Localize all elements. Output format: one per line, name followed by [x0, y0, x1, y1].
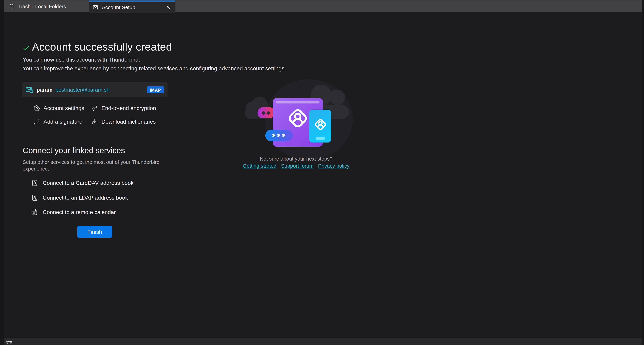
address-book-icon	[31, 179, 38, 186]
connect-ldap-link[interactable]: Connect to an LDAP address book	[31, 194, 134, 201]
linked-services-description: Setup other services to get the most out…	[22, 159, 172, 172]
window-edge-right	[642, 0, 644, 345]
help-separator: -	[278, 163, 280, 169]
intro-line-1: You can now use this account with Thunde…	[22, 56, 286, 64]
tab-account-setup[interactable]: Account Setup	[89, 0, 175, 13]
service-link-label: Connect to a CardDAV address book	[43, 180, 134, 186]
mail-lock-icon	[26, 86, 33, 93]
thunderbird-window: Trash - Local Folders Account Setup	[0, 0, 644, 345]
linked-services-heading: Connect your linked services	[22, 146, 125, 155]
quick-link-label: Account settings	[44, 105, 84, 111]
tablet-top-bar	[276, 101, 320, 104]
help-separator: -	[315, 163, 317, 169]
account-summary-card: param postmaster@param.sh IMAP	[22, 82, 168, 97]
pencil-icon	[34, 119, 40, 125]
password-pill-large: ✱✱✱	[265, 130, 293, 141]
tab-label: Trash - Local Folders	[18, 4, 66, 10]
page-title: Account successfully created	[32, 41, 172, 54]
tab-bar: Trash - Local Folders Account Setup	[4, 0, 642, 12]
account-logo-icon	[284, 105, 311, 132]
protocol-badge: IMAP	[147, 86, 164, 93]
support-forum-link[interactable]: Support forum	[281, 163, 314, 169]
address-book-icon	[31, 194, 38, 201]
connect-remote-calendar-link[interactable]: Connect to a remote calendar	[31, 209, 134, 216]
finish-button[interactable]: Finish	[77, 226, 112, 238]
getting-started-link[interactable]: Getting started	[243, 163, 276, 169]
tab-label: Account Setup	[102, 4, 135, 10]
title-row: Account successfully created	[22, 41, 172, 54]
account-settings-link[interactable]: Account settings	[34, 105, 92, 111]
end-to-end-encryption-link[interactable]: End-to-end encryption	[92, 105, 156, 111]
service-links-list: Connect to a CardDAV address book Connec…	[31, 179, 134, 216]
privacy-policy-link[interactable]: Privacy policy	[318, 163, 350, 169]
account-setup-success-pane: Account successfully created You can now…	[4, 12, 642, 337]
cloud-right	[330, 90, 345, 105]
password-pill-small: ✱✱	[258, 107, 275, 118]
account-logo-icon	[312, 117, 328, 132]
mail-plus-icon	[93, 4, 98, 10]
tab-trash-local-folders[interactable]: Trash - Local Folders	[4, 0, 89, 13]
window-edge-left	[0, 0, 4, 345]
close-icon[interactable]	[165, 4, 171, 11]
quick-link-label: Download dictionaries	[102, 119, 156, 125]
download-dictionaries-link[interactable]: Download dictionaries	[92, 119, 156, 125]
account-name: param	[36, 87, 52, 93]
help-question: Not sure about your next steps?	[230, 156, 362, 162]
service-link-label: Connect to a remote calendar	[43, 209, 116, 215]
account-email: postmaster@param.sh	[56, 87, 110, 93]
calendar-icon	[31, 209, 38, 216]
phone-graphic	[309, 110, 331, 143]
quick-link-label: End-to-end encryption	[102, 105, 156, 111]
gear-icon	[34, 105, 40, 111]
add-signature-link[interactable]: Add a signature	[34, 119, 92, 125]
key-icon	[92, 105, 98, 111]
checkmark-icon	[22, 44, 30, 52]
service-link-label: Connect to an LDAP address book	[43, 194, 128, 201]
phone-bottom-bar	[316, 137, 325, 140]
help-links: Getting started - Support forum - Privac…	[230, 163, 362, 169]
download-icon	[92, 119, 98, 125]
quick-links-grid: Account settings End-to-end encryption A…	[34, 105, 156, 125]
radio-broadcast-icon	[6, 339, 12, 344]
trash-icon	[8, 4, 14, 10]
quick-link-label: Add a signature	[44, 119, 82, 125]
connect-carddav-link[interactable]: Connect to a CardDAV address book	[31, 179, 134, 186]
status-bar	[4, 337, 642, 345]
